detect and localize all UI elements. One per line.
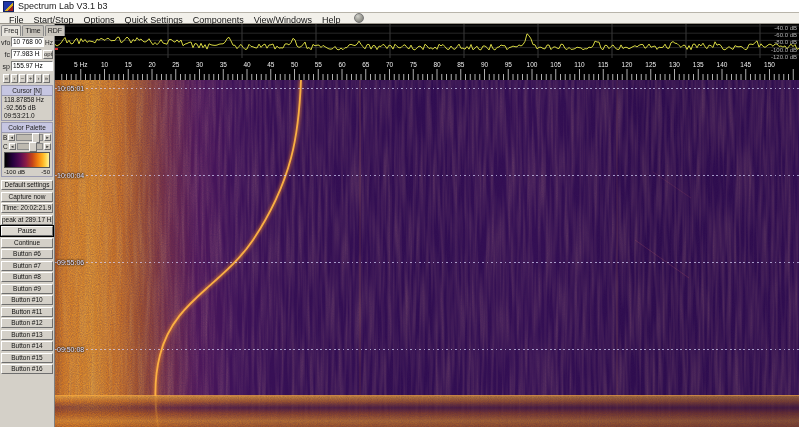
waterfall-timestamp-1: 10:00:04 — [57, 172, 84, 179]
contrast-slider-row: C ◂ ▸ — [2, 142, 52, 151]
freq-nav-button-3[interactable]: + — [27, 74, 34, 83]
vfo-unit: Hz — [45, 39, 53, 46]
cursor-panel-title: Cursor [N] — [2, 86, 52, 96]
freq-nav-button-4[interactable]: › — [35, 74, 42, 83]
brightness-left-arrow[interactable]: ◂ — [8, 134, 15, 141]
status-orb-icon[interactable] — [354, 13, 364, 23]
palette-scale: -100 dB -50 — [2, 169, 52, 176]
fc-label: fc — [1, 51, 10, 58]
sidebar-button-default-settings[interactable]: Default settings — [1, 180, 53, 190]
freq-tick-label-150: 150 — [764, 61, 775, 68]
tab-time[interactable]: Time — [22, 25, 43, 36]
freq-tick-label-140: 140 — [717, 61, 728, 68]
sidebar-button-peak-at-289-17-hz[interactable]: peak at 289.17 Hz — [1, 215, 53, 225]
db-label-60-0-db: -60.0 dB — [774, 32, 797, 38]
freq-nav-button-5[interactable]: » — [43, 74, 50, 83]
freq-tick-label-130: 130 — [669, 61, 680, 68]
waterfall-timeline-0 — [55, 88, 799, 89]
tab-freq[interactable]: Freq — [1, 25, 21, 36]
contrast-left-arrow[interactable]: ◂ — [9, 143, 16, 150]
waterfall-timeline-2 — [55, 262, 799, 263]
freq-tick-label-25: 25 — [172, 61, 180, 68]
freq-tick-label-60: 60 — [338, 61, 346, 68]
freq-tick-label-85: 85 — [457, 61, 465, 68]
fc-input[interactable] — [11, 49, 42, 59]
vfo-row: vfo Hz — [1, 36, 53, 48]
waterfall-timeline-3 — [55, 349, 799, 350]
palette-scale-max: -50 — [41, 169, 50, 175]
waterfall-timestamp-0: 10:05:01 — [57, 85, 84, 92]
freq-tick-label-5: 5 Hz — [74, 61, 87, 68]
spectrum-graph[interactable]: -40.0 dB-60.0 dB-80.0 dB-100.0 dB-120.0 … — [55, 24, 799, 58]
frequency-ruler[interactable]: 5 Hz101520253035404550556065707580859095… — [55, 58, 799, 80]
db-label-100-0-db: -100.0 dB — [771, 47, 797, 53]
frequency-nav-buttons: «‹−+›» — [3, 73, 53, 84]
palette-scale-min: -100 dB — [4, 169, 25, 175]
freq-nav-button-1[interactable]: ‹ — [11, 74, 18, 83]
sidebar-button-button-8[interactable]: Button #8 — [1, 272, 53, 282]
freq-tick-label-75: 75 — [410, 61, 418, 68]
freq-tick-label-120: 120 — [622, 61, 633, 68]
trace-start-marker — [55, 48, 58, 50]
sp-row: sp — [1, 60, 53, 72]
palette-title: Color Palette — [2, 123, 52, 133]
freq-tick-label-35: 35 — [220, 61, 228, 68]
sidebar-button-button-10[interactable]: Button #10 — [1, 295, 53, 305]
freq-tick-label-100: 100 — [527, 61, 538, 68]
fc-row: fc opt — [1, 48, 53, 60]
sp-label: sp — [1, 63, 10, 70]
freq-tick-label-80: 80 — [433, 61, 441, 68]
sp-input[interactable] — [11, 61, 53, 71]
waterfall-canvas — [55, 80, 799, 427]
freq-tick-label-20: 20 — [148, 61, 156, 68]
freq-tick-label-50: 50 — [291, 61, 299, 68]
fc-opt-button[interactable]: opt — [43, 50, 53, 59]
freq-nav-button-2[interactable]: − — [19, 74, 26, 83]
freq-tick-label-95: 95 — [505, 61, 513, 68]
brightness-slider[interactable] — [16, 134, 43, 141]
contrast-slider[interactable] — [17, 143, 43, 150]
sidebar-button-button-13[interactable]: Button #13 — [1, 330, 53, 340]
sidebar-button-time-20-02-21-9[interactable]: Time: 20:02:21.9 — [1, 203, 53, 213]
freq-tick-label-40: 40 — [243, 61, 251, 68]
menu-bar: FileStart/StopOptionsQuick SettingsCompo… — [0, 13, 799, 24]
freq-tick-label-125: 125 — [645, 61, 656, 68]
sidebar-button-capture-now[interactable]: Capture now — [1, 192, 53, 202]
freq-tick-label-15: 15 — [125, 61, 133, 68]
sidebar-button-pause[interactable]: Pause — [1, 226, 53, 236]
sidebar-button-button-6[interactable]: Button #6 — [1, 249, 53, 259]
sidebar-button-button-12[interactable]: Button #12 — [1, 318, 53, 328]
freq-nav-button-0[interactable]: « — [3, 74, 10, 83]
tab-rdf[interactable]: RDF — [45, 25, 65, 36]
vfo-label: vfo — [1, 39, 10, 46]
brightness-right-arrow[interactable]: ▸ — [44, 134, 51, 141]
programmable-buttons: Default settingsCapture nowTime: 20:02:2… — [1, 180, 53, 374]
vfo-input[interactable] — [11, 37, 44, 47]
color-palette-panel: Color Palette B ◂ ▸ C ◂ ▸ -100 dB -50 — [1, 122, 53, 177]
freq-tick-label-135: 135 — [693, 61, 704, 68]
freq-tick-label-30: 30 — [196, 61, 204, 68]
cursor-level: -92.565 dB — [2, 104, 52, 112]
waterfall-timeline-1 — [55, 175, 799, 176]
db-label-80-0-db: -80.0 dB — [774, 39, 797, 45]
sidebar-button-button-16[interactable]: Button #16 — [1, 364, 53, 374]
waterfall-timestamp-3: 09:50:08 — [57, 346, 84, 353]
sidebar-button-button-14[interactable]: Button #14 — [1, 341, 53, 351]
sidebar-button-button-15[interactable]: Button #15 — [1, 353, 53, 363]
brightness-label: B — [3, 134, 7, 141]
cursor-panel: Cursor [N] 118.87858 Hz -92.565 dB 09:53… — [1, 85, 53, 121]
freq-tick-label-115: 115 — [598, 61, 609, 68]
freq-tick-label-145: 145 — [740, 61, 751, 68]
brightness-slider-row: B ◂ ▸ — [2, 133, 52, 142]
sidebar-button-button-9[interactable]: Button #9 — [1, 284, 53, 294]
sidebar-button-button-11[interactable]: Button #11 — [1, 307, 53, 317]
sidebar-button-button-7[interactable]: Button #7 — [1, 261, 53, 271]
waterfall-display[interactable]: 10:05:0110:00:0409:55:0609:50:08 — [55, 80, 799, 427]
contrast-right-arrow[interactable]: ▸ — [44, 143, 51, 150]
contrast-thumb[interactable] — [29, 142, 37, 152]
freq-tick-label-45: 45 — [267, 61, 275, 68]
sidebar-tabs: FreqTimeRDF — [1, 25, 53, 36]
freq-tick-label-110: 110 — [574, 61, 585, 68]
sidebar-button-continue[interactable]: Continue — [1, 238, 53, 248]
db-label-40-0-db: -40.0 dB — [774, 25, 797, 31]
